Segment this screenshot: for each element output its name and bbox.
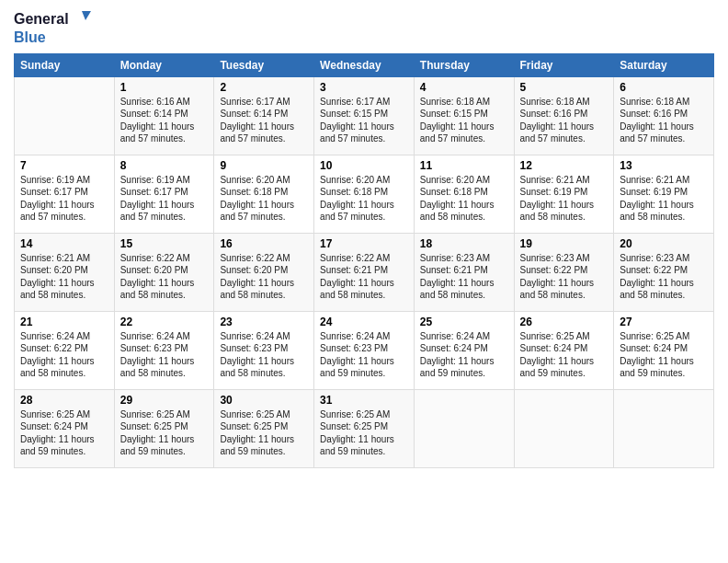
day-number: 26 <box>520 316 609 328</box>
day-number: 30 <box>220 394 308 407</box>
day-content: Sunrise: 6:21 AM Sunset: 6:20 PM Dayligh… <box>20 252 108 302</box>
calendar-cell: 2Sunrise: 6:17 AM Sunset: 6:14 PM Daylig… <box>214 76 314 155</box>
day-content: Sunrise: 6:23 AM Sunset: 6:22 PM Dayligh… <box>620 252 708 302</box>
calendar-cell: 29Sunrise: 6:25 AM Sunset: 6:25 PM Dayli… <box>114 389 214 467</box>
weekday-header-wednesday: Wednesday <box>314 53 415 76</box>
calendar-cell: 19Sunrise: 6:23 AM Sunset: 6:22 PM Dayli… <box>514 233 614 311</box>
calendar-cell: 4Sunrise: 6:18 AM Sunset: 6:15 PM Daylig… <box>414 76 514 155</box>
day-content: Sunrise: 6:19 AM Sunset: 6:17 PM Dayligh… <box>20 174 108 224</box>
calendar-cell: 11Sunrise: 6:20 AM Sunset: 6:18 PM Dayli… <box>414 155 514 233</box>
day-content: Sunrise: 6:17 AM Sunset: 6:14 PM Dayligh… <box>220 96 308 145</box>
calendar-cell: 9Sunrise: 6:20 AM Sunset: 6:18 PM Daylig… <box>214 155 314 233</box>
day-number: 13 <box>620 159 708 172</box>
weekday-header-tuesday: Tuesday <box>214 53 314 76</box>
calendar-table: SundayMondayTuesdayWednesdayThursdayFrid… <box>14 53 714 468</box>
day-content: Sunrise: 6:25 AM Sunset: 6:25 PM Dayligh… <box>320 408 408 458</box>
day-number: 3 <box>320 81 408 94</box>
calendar-cell: 22Sunrise: 6:24 AM Sunset: 6:23 PM Dayli… <box>114 311 214 389</box>
day-content: Sunrise: 6:25 AM Sunset: 6:25 PM Dayligh… <box>220 408 308 458</box>
logo: General Blue <box>14 9 93 46</box>
day-content: Sunrise: 6:24 AM Sunset: 6:24 PM Dayligh… <box>420 330 508 380</box>
calendar-cell <box>614 389 714 467</box>
calendar-week-row: 7Sunrise: 6:19 AM Sunset: 6:17 PM Daylig… <box>15 155 714 233</box>
day-number: 4 <box>420 81 508 94</box>
calendar-cell: 17Sunrise: 6:22 AM Sunset: 6:21 PM Dayli… <box>314 233 415 311</box>
day-number: 1 <box>120 81 209 94</box>
day-content: Sunrise: 6:24 AM Sunset: 6:23 PM Dayligh… <box>120 330 209 380</box>
calendar-cell: 15Sunrise: 6:22 AM Sunset: 6:20 PM Dayli… <box>114 233 214 311</box>
weekday-header-friday: Friday <box>514 53 614 76</box>
day-content: Sunrise: 6:25 AM Sunset: 6:24 PM Dayligh… <box>20 408 108 458</box>
weekday-header-row: SundayMondayTuesdayWednesdayThursdayFrid… <box>15 53 714 76</box>
svg-marker-0 <box>82 11 91 20</box>
day-content: Sunrise: 6:20 AM Sunset: 6:18 PM Dayligh… <box>420 174 508 224</box>
day-number: 17 <box>320 237 408 250</box>
day-content: Sunrise: 6:18 AM Sunset: 6:15 PM Dayligh… <box>420 96 508 145</box>
day-number: 21 <box>20 316 108 328</box>
day-number: 16 <box>220 237 308 250</box>
day-number: 12 <box>520 159 609 172</box>
calendar-cell: 13Sunrise: 6:21 AM Sunset: 6:19 PM Dayli… <box>614 155 714 233</box>
day-number: 18 <box>420 237 508 250</box>
day-content: Sunrise: 6:19 AM Sunset: 6:17 PM Dayligh… <box>120 174 209 224</box>
calendar-cell: 14Sunrise: 6:21 AM Sunset: 6:20 PM Dayli… <box>15 233 115 311</box>
day-content: Sunrise: 6:22 AM Sunset: 6:20 PM Dayligh… <box>120 252 209 302</box>
calendar-cell: 25Sunrise: 6:24 AM Sunset: 6:24 PM Dayli… <box>414 311 514 389</box>
calendar-cell: 20Sunrise: 6:23 AM Sunset: 6:22 PM Dayli… <box>614 233 714 311</box>
day-number: 15 <box>120 237 209 250</box>
calendar-week-row: 28Sunrise: 6:25 AM Sunset: 6:24 PM Dayli… <box>15 389 714 467</box>
calendar-cell: 24Sunrise: 6:24 AM Sunset: 6:23 PM Dayli… <box>314 311 415 389</box>
day-content: Sunrise: 6:25 AM Sunset: 6:24 PM Dayligh… <box>520 330 609 380</box>
day-number: 14 <box>20 237 108 250</box>
day-content: Sunrise: 6:21 AM Sunset: 6:19 PM Dayligh… <box>520 174 609 224</box>
weekday-header-monday: Monday <box>114 53 214 76</box>
day-content: Sunrise: 6:21 AM Sunset: 6:19 PM Dayligh… <box>620 174 708 224</box>
day-content: Sunrise: 6:24 AM Sunset: 6:23 PM Dayligh… <box>320 330 408 380</box>
calendar-cell <box>15 76 115 155</box>
day-number: 10 <box>320 159 408 172</box>
day-content: Sunrise: 6:22 AM Sunset: 6:20 PM Dayligh… <box>220 252 308 302</box>
day-number: 31 <box>320 394 408 407</box>
day-content: Sunrise: 6:23 AM Sunset: 6:22 PM Dayligh… <box>520 252 609 302</box>
calendar-week-row: 1Sunrise: 6:16 AM Sunset: 6:14 PM Daylig… <box>15 76 714 155</box>
day-number: 2 <box>220 81 308 94</box>
day-content: Sunrise: 6:25 AM Sunset: 6:25 PM Dayligh… <box>120 408 209 458</box>
calendar-cell: 30Sunrise: 6:25 AM Sunset: 6:25 PM Dayli… <box>214 389 314 467</box>
day-number: 6 <box>620 81 708 94</box>
calendar-cell: 23Sunrise: 6:24 AM Sunset: 6:23 PM Dayli… <box>214 311 314 389</box>
day-number: 28 <box>20 394 108 407</box>
calendar-cell: 6Sunrise: 6:18 AM Sunset: 6:16 PM Daylig… <box>614 76 714 155</box>
calendar-cell: 16Sunrise: 6:22 AM Sunset: 6:20 PM Dayli… <box>214 233 314 311</box>
calendar-cell: 1Sunrise: 6:16 AM Sunset: 6:14 PM Daylig… <box>114 76 214 155</box>
day-number: 19 <box>520 237 609 250</box>
calendar-cell: 18Sunrise: 6:23 AM Sunset: 6:21 PM Dayli… <box>414 233 514 311</box>
day-number: 25 <box>420 316 508 328</box>
calendar-cell: 26Sunrise: 6:25 AM Sunset: 6:24 PM Dayli… <box>514 311 614 389</box>
calendar-cell: 8Sunrise: 6:19 AM Sunset: 6:17 PM Daylig… <box>114 155 214 233</box>
day-number: 7 <box>20 159 108 172</box>
day-content: Sunrise: 6:22 AM Sunset: 6:21 PM Dayligh… <box>320 252 408 302</box>
day-number: 24 <box>320 316 408 328</box>
day-number: 5 <box>520 81 609 94</box>
calendar-cell: 31Sunrise: 6:25 AM Sunset: 6:25 PM Dayli… <box>314 389 415 467</box>
day-number: 29 <box>120 394 209 407</box>
calendar-cell: 3Sunrise: 6:17 AM Sunset: 6:15 PM Daylig… <box>314 76 415 155</box>
calendar-cell: 5Sunrise: 6:18 AM Sunset: 6:16 PM Daylig… <box>514 76 614 155</box>
day-content: Sunrise: 6:17 AM Sunset: 6:15 PM Dayligh… <box>320 96 408 145</box>
day-number: 11 <box>420 159 508 172</box>
day-content: Sunrise: 6:23 AM Sunset: 6:21 PM Dayligh… <box>420 252 508 302</box>
day-content: Sunrise: 6:18 AM Sunset: 6:16 PM Dayligh… <box>520 96 609 145</box>
day-content: Sunrise: 6:25 AM Sunset: 6:24 PM Dayligh… <box>620 330 708 380</box>
weekday-header-saturday: Saturday <box>614 53 714 76</box>
day-content: Sunrise: 6:20 AM Sunset: 6:18 PM Dayligh… <box>220 174 308 224</box>
calendar-cell: 12Sunrise: 6:21 AM Sunset: 6:19 PM Dayli… <box>514 155 614 233</box>
day-content: Sunrise: 6:18 AM Sunset: 6:16 PM Dayligh… <box>620 96 708 145</box>
day-content: Sunrise: 6:24 AM Sunset: 6:22 PM Dayligh… <box>20 330 108 380</box>
day-number: 8 <box>120 159 209 172</box>
day-content: Sunrise: 6:20 AM Sunset: 6:18 PM Dayligh… <box>320 174 408 224</box>
calendar-cell: 28Sunrise: 6:25 AM Sunset: 6:24 PM Dayli… <box>15 389 115 467</box>
calendar-cell <box>514 389 614 467</box>
calendar-cell: 7Sunrise: 6:19 AM Sunset: 6:17 PM Daylig… <box>15 155 115 233</box>
header: General Blue <box>14 9 714 46</box>
calendar-week-row: 14Sunrise: 6:21 AM Sunset: 6:20 PM Dayli… <box>15 233 714 311</box>
